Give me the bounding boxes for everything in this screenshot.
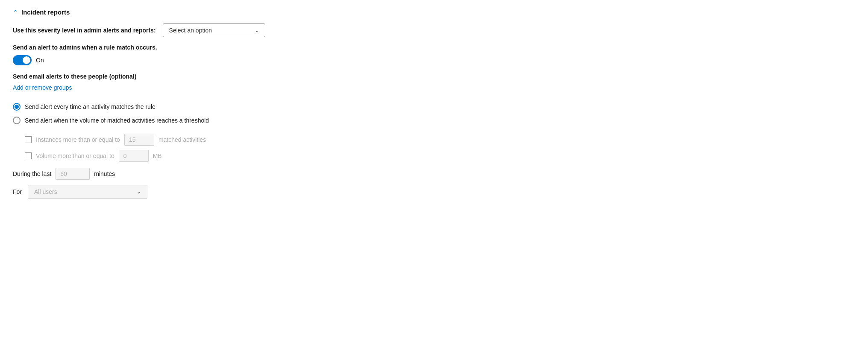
instances-input[interactable] <box>124 134 154 146</box>
severity-dropdown-text: Select an option <box>169 27 212 34</box>
instances-row: Instances more than or equal to matched … <box>25 134 855 146</box>
severity-label: Use this severity level in admin alerts … <box>13 27 156 34</box>
radio-every-time-label: Send alert every time an activity matche… <box>25 103 155 110</box>
volume-input[interactable] <box>119 150 149 162</box>
radio-threshold-label: Send alert when the volume of matched ac… <box>25 117 209 124</box>
for-chevron-down-icon: ⌄ <box>137 189 141 195</box>
for-dropdown[interactable]: All users ⌄ <box>28 185 147 199</box>
threshold-options: Instances more than or equal to matched … <box>25 134 855 162</box>
for-label: For <box>13 188 22 195</box>
chevron-down-icon: ⌄ <box>255 27 259 33</box>
for-row: For All users ⌄ <box>13 185 855 199</box>
radio-group: Send alert every time an activity matche… <box>13 103 855 162</box>
severity-dropdown[interactable]: Select an option ⌄ <box>163 23 265 37</box>
during-input[interactable] <box>56 168 90 180</box>
alert-toggle[interactable] <box>13 55 32 65</box>
section-header: ⌃ Incident reports <box>13 9 855 16</box>
during-label: During the last <box>13 170 51 177</box>
volume-row: Volume more than or equal to MB <box>25 150 855 162</box>
severity-row: Use this severity level in admin alerts … <box>13 23 855 37</box>
volume-label: Volume more than or equal to <box>36 152 114 159</box>
toggle-label: On <box>36 57 44 64</box>
volume-checkbox[interactable] <box>25 152 32 159</box>
instances-checkbox[interactable] <box>25 136 32 143</box>
email-alerts-label: Send email alerts to these people (optio… <box>13 73 855 80</box>
for-dropdown-text: All users <box>34 188 57 195</box>
instances-label: Instances more than or equal to <box>36 136 120 143</box>
radio-every-time[interactable] <box>13 103 21 111</box>
volume-suffix: MB <box>153 152 162 159</box>
add-remove-groups-link[interactable]: Add or remove groups <box>13 84 72 91</box>
toggle-knob <box>23 56 30 64</box>
instances-suffix: matched activities <box>158 136 206 143</box>
during-row: During the last minutes <box>13 168 855 180</box>
radio-every-time-row: Send alert every time an activity matche… <box>13 103 855 111</box>
radio-threshold-row: Send alert when the volume of matched ac… <box>13 117 855 124</box>
section-title: Incident reports <box>21 9 70 16</box>
radio-threshold[interactable] <box>13 117 21 124</box>
toggle-row: On <box>13 55 855 65</box>
chevron-up-icon[interactable]: ⌃ <box>13 9 18 16</box>
alert-rule-label: Send an alert to admins when a rule matc… <box>13 44 855 51</box>
minutes-label: minutes <box>94 170 115 177</box>
